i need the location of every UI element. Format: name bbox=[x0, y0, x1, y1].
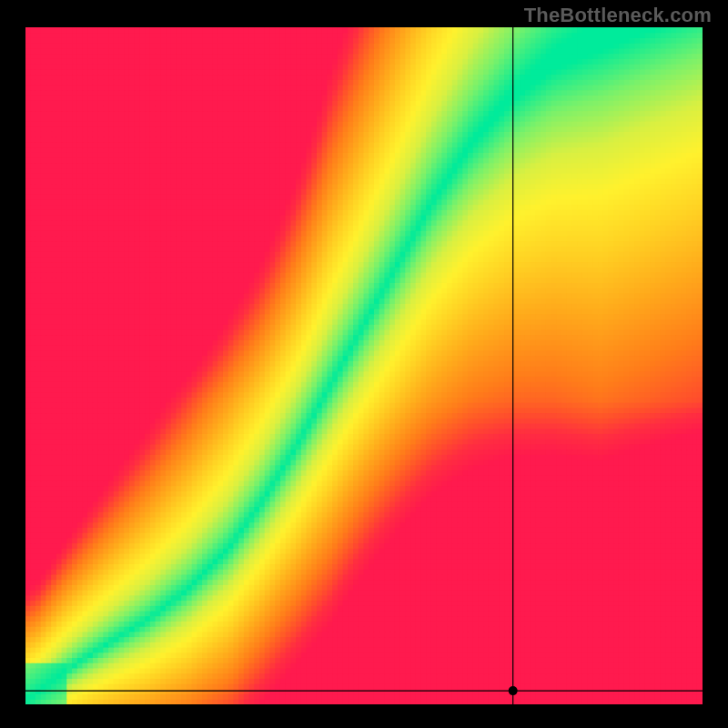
overlay-svg bbox=[0, 0, 728, 728]
watermark-text: TheBottleneck.com bbox=[524, 4, 712, 27]
chart-stage: TheBottleneck.com bbox=[0, 0, 728, 728]
plot-frame bbox=[13, 15, 715, 717]
marker-dot bbox=[509, 686, 518, 695]
